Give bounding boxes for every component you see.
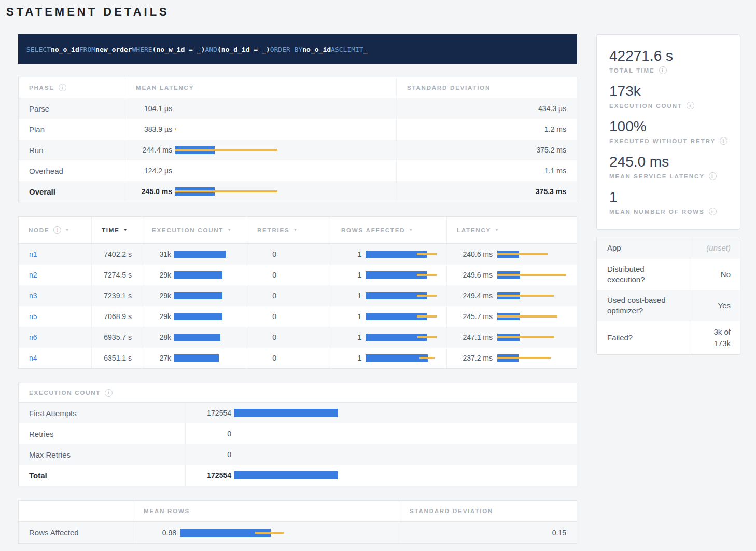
stat-label-text: EXECUTION COUNT — [609, 103, 682, 109]
latency-cell: 249.4 ms — [446, 285, 577, 306]
time-value: 6935.7 s — [104, 333, 132, 341]
info-icon[interactable]: i — [105, 389, 113, 397]
row-label: Max Retries — [29, 450, 71, 459]
sort-arrow-icon: ▼ — [227, 228, 231, 232]
bar-chart — [497, 271, 568, 279]
time-value: 7239.1 s — [104, 292, 132, 300]
row-label: First Attempts — [29, 409, 77, 418]
mean-rows-cell: 0.98 — [133, 522, 399, 543]
node-cell: n6 — [19, 327, 91, 348]
execution-count-cell: 31k — [142, 244, 247, 265]
column-header-latency[interactable]: LATENCY▼ — [446, 217, 577, 243]
phase-name: Plan — [29, 125, 45, 134]
sql-identifier: (no_w_id = _) — [152, 46, 205, 53]
mean-bar — [234, 409, 338, 417]
bar-chart — [175, 104, 387, 113]
stddev-bar — [497, 357, 551, 359]
sql-identifier: new_order — [95, 46, 132, 53]
mean-latency-cell: 383.9 µs — [125, 119, 396, 140]
execution-count-value: 31k — [151, 250, 171, 258]
bar-chart — [180, 528, 389, 538]
summary-sidebar: 42271.6 sTOTAL TIMEi173kEXECUTION COUNTi… — [596, 34, 740, 355]
rows-affected-value: 1 — [341, 333, 361, 341]
mean-latency-cell: 245.0 ms — [125, 181, 396, 202]
rows-affected-table: MEAN ROWS STANDARD DEVIATION Rows Affect… — [18, 500, 577, 544]
node-link[interactable]: n6 — [29, 333, 37, 341]
mean-bar — [174, 334, 220, 341]
node-cell: n4 — [19, 348, 91, 368]
sql-identifier: _ — [363, 46, 368, 53]
column-header-retries[interactable]: RETRIES▼ — [247, 217, 331, 243]
bar-chart — [497, 333, 568, 341]
stat-label: EXECUTED WITHOUT RETRYi — [609, 137, 727, 145]
count-value: 0 — [196, 430, 231, 438]
retries-value: 0 — [257, 250, 276, 258]
info-icon[interactable]: i — [687, 102, 694, 109]
mean-bar — [366, 354, 428, 362]
column-header-time[interactable]: TIME▼ — [91, 217, 142, 243]
sql-keyword: AND — [205, 46, 217, 53]
sql-keyword: LIMIT — [343, 46, 363, 53]
sql-identifier: no_o_id — [302, 46, 331, 53]
mean-bar — [234, 471, 338, 479]
mean-bar — [174, 271, 222, 279]
attribute-row: Used cost-based optimizer?Yes — [597, 290, 740, 321]
stddev-value: 375.3 ms — [536, 187, 566, 196]
node-row-n2: n27274.5 s29k01249.6 ms — [19, 265, 577, 285]
mean-latency-cell: 244.4 ms — [125, 140, 396, 160]
phase-row-overall: Overall245.0 ms375.3 ms — [19, 181, 577, 202]
statement-details-page: STATEMENT DETAILS SELECT no_o_id FROM ne… — [0, 0, 756, 544]
node-link[interactable]: n1 — [29, 250, 37, 258]
latency-cell: 237.2 ms — [446, 348, 577, 368]
node-table-header: NODEi▼TIME▼EXECUTION COUNT▼RETRIES▼ROWS … — [19, 217, 577, 244]
info-icon[interactable]: i — [709, 172, 717, 180]
node-row-n5: n57068.9 s29k01245.7 ms — [19, 306, 577, 327]
sort-arrow-icon: ▼ — [65, 228, 69, 232]
info-icon[interactable]: i — [53, 226, 61, 234]
column-header-execution-count[interactable]: EXECUTION COUNT▼ — [142, 217, 247, 243]
info-icon[interactable]: i — [709, 208, 717, 215]
latency-cell: 249.6 ms — [446, 265, 577, 285]
row-label-cell: Retries — [19, 423, 185, 444]
node-link[interactable]: n2 — [29, 271, 37, 279]
column-header-label: ROWS AFFECTED — [341, 227, 405, 233]
phase-name: Overhead — [29, 167, 63, 175]
bar-chart — [497, 354, 568, 362]
rows-affected-value: 1 — [341, 312, 361, 321]
mean-latency-value: 244.4 ms — [136, 146, 172, 154]
phase-table-header: PHASE i MEAN LATENCY STANDARD DEVIATION — [19, 77, 577, 98]
sort-arrow-icon: ▼ — [293, 228, 297, 232]
info-icon[interactable]: i — [59, 84, 66, 91]
node-link[interactable]: n3 — [29, 292, 37, 300]
stddev-cell: 375.2 ms — [396, 140, 577, 160]
sort-arrow-icon: ▼ — [409, 228, 413, 232]
mean-bar — [174, 292, 222, 299]
execution-count-cell: 28k — [142, 327, 247, 348]
node-link[interactable]: n4 — [29, 354, 37, 362]
info-icon[interactable]: i — [720, 137, 727, 145]
summary-stat: 245.0 msMEAN SERVICE LATENCYi — [609, 154, 727, 180]
row-label: Total — [29, 471, 47, 480]
node-link[interactable]: n5 — [29, 312, 37, 321]
latency-cell: 240.6 ms — [446, 244, 577, 265]
phase-row-parse: Parse104.1 µs434.3 µs — [19, 98, 577, 119]
bar-chart — [174, 292, 243, 300]
rows-affected-cell: 1 — [331, 327, 446, 348]
sql-keyword: ASC — [331, 46, 343, 53]
execution-count-table-header: EXECUTION COUNT i — [19, 383, 577, 403]
stddev-bar — [497, 253, 548, 255]
latency-value: 240.6 ms — [456, 250, 493, 258]
bar-chart — [366, 354, 438, 362]
bar-chart — [497, 312, 568, 321]
column-header-node[interactable]: NODEi▼ — [19, 217, 91, 243]
column-header-rows-affected[interactable]: ROWS AFFECTED▼ — [331, 217, 446, 243]
attribute-row: Failed?3k of 173k — [597, 321, 740, 354]
attribute-row: Distributed execution?No — [597, 259, 740, 290]
execution-count-cell: 29k — [142, 285, 247, 306]
execution-count-row: Total172554 — [19, 465, 577, 486]
info-icon[interactable]: i — [659, 66, 667, 74]
stddev-cell: 0.15 — [399, 522, 577, 543]
bar-chart — [174, 354, 243, 362]
sql-keyword: FROM — [79, 46, 95, 53]
time-cell: 6351.1 s — [91, 348, 142, 368]
